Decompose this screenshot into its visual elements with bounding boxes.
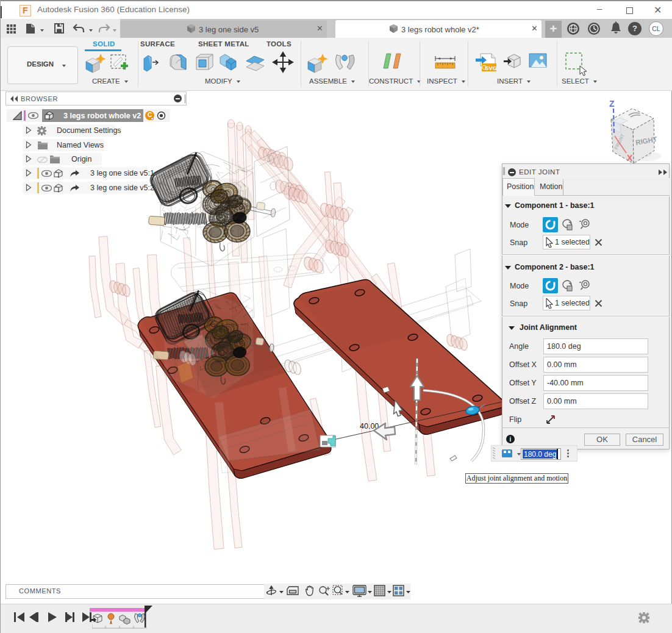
svg-text:Z: Z — [609, 99, 615, 109]
svg-text:X: X — [627, 153, 633, 163]
svg-text:SVG: SVG — [485, 65, 497, 71]
